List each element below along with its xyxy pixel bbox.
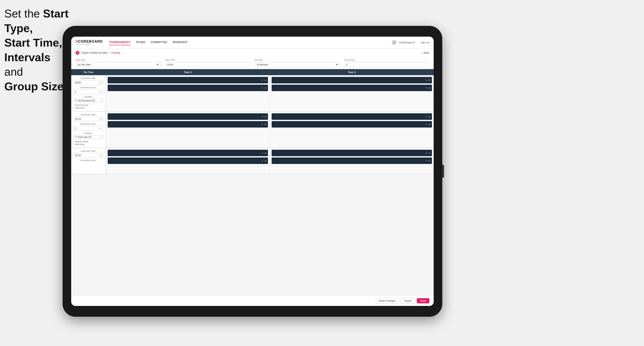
nav-link-committee[interactable]: COMMITTEE <box>151 40 168 45</box>
save-button[interactable]: Save <box>417 298 429 303</box>
tee-hole-value-1[interactable]: 1 ▲▼ <box>73 89 103 94</box>
player-x-icon[interactable]: ✕ <box>262 160 263 162</box>
footer-bar: Reset Changes Cancel Save <box>71 295 434 306</box>
course-label-2: COURSE: <box>73 132 103 134</box>
nav-avatar <box>392 40 396 45</box>
course-remove-1[interactable]: ✕ <box>100 100 102 102</box>
tee-time-value-1[interactable]: 10:00 🕐 <box>73 80 103 85</box>
player-x-icon[interactable]: ✕ <box>426 79 427 81</box>
player-row-2-t2-p1: ✕ ⊞ <box>272 113 432 120</box>
starting-hole-label-3: STARTING HOLE: <box>73 160 103 161</box>
tee-time-text-1: 10:00 <box>75 81 81 84</box>
player-row-1-t2-p2: ✕ ⊞ <box>272 85 432 91</box>
breadcrumb-bar: C Clippd Invitational (Me) › Hosting ‹ B… <box>71 48 434 57</box>
player-expand-icon[interactable]: ⊞ <box>264 116 266 118</box>
intervals-group: Intervals 10 Minutes <box>254 59 340 67</box>
group-size-input[interactable] <box>344 62 429 67</box>
breadcrumb-tournament[interactable]: Clippd Invitational (Me) <box>81 51 108 54</box>
player-expand-icon[interactable]: ⊞ <box>428 152 430 154</box>
instruction-text: Set the Start Type, Start Time, Interval… <box>4 6 69 94</box>
course-remove-2[interactable]: ✕ <box>100 136 102 138</box>
player-expand-icon[interactable]: ⊞ <box>428 123 430 126</box>
player-expand-icon[interactable]: ⊞ <box>428 116 430 118</box>
th-tee-time: Tee Time <box>71 69 106 75</box>
team1-cell-1: ✕ ⊞ ✕ ⊞ <box>106 75 270 111</box>
remove-group-btn-2[interactable]: ○ Remove Group <box>73 141 103 143</box>
player-row-3-t2-p2: ✕ ⊞ <box>272 158 432 164</box>
player-expand-icon[interactable]: ⊞ <box>428 160 430 162</box>
remove-group-label-1: Remove Group <box>75 104 88 106</box>
player-row-3-t2-p1: ✕ ⊞ <box>272 150 432 156</box>
player-x-icon[interactable]: ✕ <box>262 79 263 81</box>
tee-time-value-2[interactable]: 10:10 🕐 <box>73 117 103 121</box>
player-expand-icon[interactable]: ⊞ <box>264 79 266 81</box>
group-row-3: STARTING TIME: 10:20 🕐 STARTING HOLE: ✕ … <box>71 148 434 174</box>
nav-link-teams[interactable]: TEAMS <box>136 40 146 45</box>
player-x-icon[interactable]: ✕ <box>426 152 427 154</box>
nav-user-email: blair@clippd.io <box>399 41 415 44</box>
player-x-icon[interactable]: ✕ <box>426 160 427 162</box>
player-row-3-t1-p2: ✕ ⊞ <box>108 158 268 164</box>
player-expand-icon[interactable]: ⊞ <box>264 152 266 154</box>
player-expand-icon[interactable]: ⊞ <box>264 160 266 162</box>
nav-bar: SCOREBOARD Powered by clipp.d TOURNAMENT… <box>71 37 434 48</box>
nav-link-tournaments[interactable]: TOURNAMENTS <box>109 40 130 45</box>
player-x-icon[interactable]: ✕ <box>262 152 263 154</box>
start-time-input[interactable] <box>165 62 250 67</box>
course-icon-2: 📍 <box>75 136 77 138</box>
group-size-label: Group Size <box>344 59 429 61</box>
tee-panel-2: STARTING TIME: 10:10 🕐 STARTING HOLE: 1 … <box>71 112 106 148</box>
start-type-select[interactable]: 1st Tee Start <box>76 62 161 67</box>
player-expand-icon[interactable]: ⊞ <box>428 87 430 89</box>
tee-hole-text-2: 1 <box>75 127 76 130</box>
tee-hole-value-2[interactable]: 1 ▲▼ <box>73 126 103 131</box>
player-expand-icon[interactable]: ⊞ <box>264 87 266 89</box>
player-x-icon[interactable]: ✕ <box>262 116 263 118</box>
group-actions-2: ○ Remove Group + Add Group <box>73 141 103 146</box>
player-x-icon[interactable]: ✕ <box>262 123 263 126</box>
start-time-group: Start Time <box>165 59 250 67</box>
add-group-label-2: Add Group <box>75 143 84 146</box>
starting-hole-label-1: STARTING HOLE: <box>73 87 103 89</box>
logo-powered: Powered by clipp.d <box>76 43 103 45</box>
add-group-btn-1[interactable]: + Add Group <box>73 107 103 109</box>
player-row-3-t1-p1: ✕ ⊞ <box>108 150 268 156</box>
remove-group-btn-1[interactable]: ○ Remove Group <box>73 104 103 106</box>
player-x-icon[interactable]: ✕ <box>426 87 427 89</box>
table-header: Tee Time Team 1 Team 2 <box>71 69 434 75</box>
team2-cell-3: ✕ ⊞ ✕ ⊞ <box>270 148 434 174</box>
tablet-side-button <box>442 165 444 178</box>
back-button[interactable]: ‹ Back <box>421 51 429 54</box>
tablet-device: SCOREBOARD Powered by clipp.d TOURNAMENT… <box>62 26 442 317</box>
logo-scoreboard: SCOREBOARD <box>76 40 103 43</box>
tee-time-text-3: 10:20 <box>75 154 81 157</box>
table-content: STARTING TIME: 10:00 🕐 STARTING HOLE: 1 … <box>71 75 434 295</box>
start-type-group: Start Type 1st Tee Start <box>76 59 161 67</box>
instruction-bold3: Intervals <box>4 51 50 64</box>
player-x-icon[interactable]: ✕ <box>426 123 427 126</box>
group-size-group: Group Size <box>344 59 429 67</box>
player-row-2-t2-p2: ✕ ⊞ <box>272 121 432 128</box>
reset-changes-button[interactable]: Reset Changes <box>376 298 399 304</box>
starting-time-label-3: STARTING TIME: <box>73 150 103 152</box>
starting-time-label-2: STARTING TIME: <box>73 114 103 116</box>
player-x-icon[interactable]: ✕ <box>426 116 427 118</box>
instruction-bold1: Start Type, <box>4 7 68 34</box>
add-group-btn-2[interactable]: + Add Group <box>73 143 103 146</box>
th-team2: Team 2 <box>270 69 434 75</box>
intervals-select[interactable]: 10 Minutes <box>254 62 340 67</box>
player-expand-icon[interactable]: ⊞ <box>428 79 430 81</box>
cancel-button[interactable]: Cancel <box>401 298 415 304</box>
back-label: Back <box>424 51 429 54</box>
nav-link-rankings[interactable]: RANKINGS <box>172 40 187 45</box>
player-expand-icon[interactable]: ⊞ <box>264 123 266 126</box>
player-x-icon[interactable]: ✕ <box>262 87 263 89</box>
start-time-label: Start Time <box>165 59 250 61</box>
nav-sign-out[interactable]: Sign out <box>421 41 429 44</box>
instruction-bold4: Group Size <box>4 80 64 93</box>
nav-right: blair@clippd.io | Sign out <box>392 40 429 45</box>
tee-hole-text-1: 1 <box>75 90 76 93</box>
tee-hole-arrows-1: ▲▼ <box>98 91 102 93</box>
tee-time-value-3[interactable]: 10:20 🕐 <box>73 153 103 158</box>
nav-links: TOURNAMENTS TEAMS COMMITTEE RANKINGS <box>109 40 392 45</box>
